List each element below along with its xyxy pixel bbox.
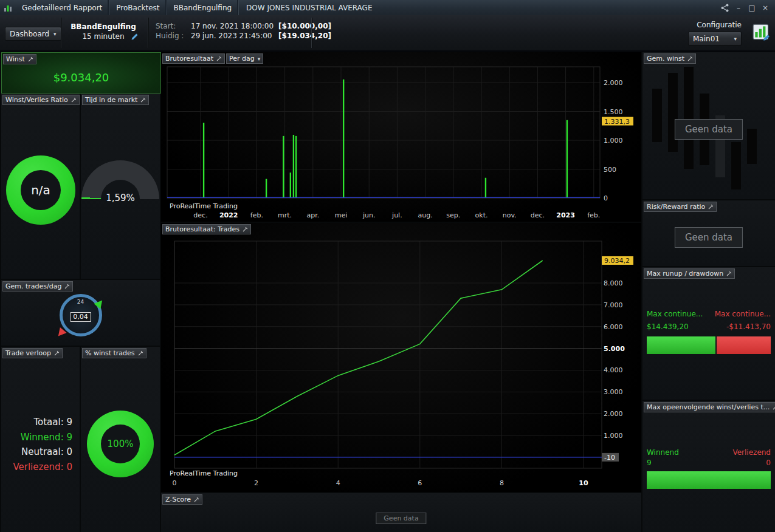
minimize-button[interactable]: – [734, 4, 743, 12]
z-score-header: Z-Score [162, 494, 202, 505]
svg-text:feb.: feb. [250, 211, 263, 219]
app-chart-icon [0, 0, 15, 15]
win-loss-ratio-value: n/a [31, 183, 50, 197]
start-datetime: 17 nov. 2021 18:00:00 [191, 22, 274, 31]
svg-text:mei: mei [335, 211, 348, 219]
pct-winning-trades-header: % winst trades [82, 348, 146, 358]
consecutive-win-bar [647, 471, 771, 489]
risk-reward-header: Risk/Reward ratio [644, 202, 717, 212]
chevron-down-icon: ▾ [258, 56, 261, 62]
svg-text:aug.: aug. [418, 211, 432, 219]
risk-reward-no-data: Geen data [675, 227, 743, 248]
titlebar: Gedetailleerd Rapport ProBacktest BBandE… [0, 0, 775, 16]
start-label: Start: [156, 22, 186, 31]
svg-text:8.000: 8.000 [604, 279, 623, 287]
svg-text:2.000: 2.000 [604, 410, 623, 418]
tab-bbandengulfing[interactable]: BBandEngulfing [167, 0, 239, 15]
svg-text:4: 4 [336, 479, 340, 487]
maximize-button[interactable]: □ [747, 4, 757, 12]
backtest-range: Start: 17 nov. 2021 18:00:00 [$10.000,00… [156, 22, 331, 41]
svg-text:dec.: dec. [193, 211, 207, 219]
gross-result-trades-panel: Brutoresultaat: Trades 1.0002.0003.0004.… [161, 223, 641, 492]
pct-winning-value: 100% [108, 438, 134, 449]
svg-text:dec.: dec. [531, 211, 545, 219]
time-in-market-panel: Tijd in de markt 1,59% [81, 94, 160, 279]
max-drawdown-label: Max continue... [715, 310, 771, 318]
profit-value: $9.034,20 [2, 71, 160, 84]
wrench-icon[interactable] [773, 404, 775, 410]
close-button[interactable]: × [760, 4, 770, 12]
wrench-icon[interactable] [140, 97, 146, 103]
risk-reward-panel: Risk/Reward ratio Geen data [642, 200, 775, 266]
svg-text:sep.: sep. [446, 211, 460, 219]
z-score-no-data: Geen data [376, 513, 426, 524]
current-datetime: 29 jun. 2023 21:45:00 [191, 32, 274, 41]
gross-result-trades-header: Brutoresultaat: Trades [162, 224, 251, 234]
max-consecutive-header: Max opeenvolgende winst/verlies t... [644, 402, 775, 412]
wrench-icon[interactable] [726, 271, 732, 276]
wrench-icon[interactable] [243, 227, 248, 232]
start-capital: [$10.000,00] [278, 22, 331, 31]
svg-text:3.000: 3.000 [604, 388, 623, 396]
wrench-icon[interactable] [71, 97, 77, 103]
max-drawdown-value: -$11.413,70 [726, 322, 771, 331]
current-label: Huidig : [156, 32, 186, 41]
tab-gedetailleerd-rapport[interactable]: Gedetailleerd Rapport [15, 0, 109, 15]
chevron-down-icon: ▾ [53, 31, 57, 37]
wrench-icon[interactable] [64, 284, 70, 289]
gross-result-daily-header: Brutoresultaat [162, 53, 225, 64]
svg-text:ProRealTime Trading: ProRealTime Trading [170, 202, 238, 210]
period-select[interactable]: Per dag▾ [226, 53, 263, 64]
dashboard-select[interactable]: Dashboard▾ [5, 27, 61, 41]
consecutive-loss-value: 0 [766, 459, 771, 467]
wrench-icon[interactable] [28, 56, 33, 62]
strategy-name: BBandEngulfing [63, 22, 143, 32]
time-in-market-header: Tijd in de markt [82, 95, 149, 105]
current-capital: [$19.034,20] [278, 32, 331, 41]
wrench-icon[interactable] [216, 56, 222, 61]
consecutive-loss-label: Verliezend [732, 448, 771, 457]
svg-text:okt.: okt. [475, 211, 488, 219]
chevron-down-icon: ▾ [734, 36, 737, 42]
tab-probacktest[interactable]: ProBacktest [109, 0, 167, 15]
consecutive-win-value: 9 [647, 459, 652, 467]
trades-per-day-dial: 24 0,04 [57, 292, 105, 341]
svg-text:1.331,3: 1.331,3 [604, 118, 630, 126]
svg-text:0: 0 [173, 479, 177, 487]
profit-panel-header: Winst [3, 54, 36, 64]
max-runup-label: Max continue... [647, 310, 703, 318]
svg-text:2.000: 2.000 [604, 79, 623, 87]
instrument-title: DOW JONES INDUSTRIAL AVERAGE [239, 0, 379, 15]
pct-winning-donut: 100% [87, 411, 154, 477]
svg-text:0: 0 [604, 194, 608, 202]
trade-verloop-rows: Totaal: 9Winnend: 9Neutraal: 0Verliezend… [13, 415, 72, 474]
protrading-report-window: Gedetailleerd Rapport ProBacktest BBandE… [0, 0, 775, 532]
svg-text:1.000: 1.000 [604, 137, 623, 145]
toolbar: Dashboard▾ BBandEngulfing 15 minuten Sta… [0, 15, 775, 52]
wrench-icon[interactable] [138, 350, 143, 356]
z-score-panel: Z-Score Geen data [161, 493, 641, 532]
win-loss-ratio-panel: Winst/Verlies Ratio n/a [1, 94, 80, 279]
trade-verloop-row: Totaal: 9 [13, 415, 72, 430]
svg-text:nov.: nov. [503, 211, 517, 219]
svg-text:ProRealTime Trading: ProRealTime Trading [170, 469, 238, 477]
svg-text:jun.: jun. [362, 211, 376, 219]
max-consecutive-panel: Max opeenvolgende winst/verlies t... Win… [642, 401, 775, 532]
wrench-icon[interactable] [708, 204, 714, 210]
daily-bar-chart: 05001.0001.5002.0001.331,3dec.2022feb.mr… [161, 52, 641, 222]
trade-verloop-row: Winnend: 9 [13, 430, 72, 445]
svg-text:5.000: 5.000 [604, 345, 625, 353]
edit-strategy-icon[interactable] [131, 33, 139, 41]
consecutive-win-label: Winnend [647, 448, 679, 457]
config-select[interactable]: Main01▾ [688, 32, 742, 46]
report-config-icon[interactable] [752, 22, 771, 42]
svg-text:9.034,2: 9.034,2 [604, 257, 630, 265]
wrench-icon[interactable] [54, 350, 60, 356]
trade-progress-header: Trade verloop [2, 348, 63, 358]
wrench-icon[interactable] [687, 56, 693, 61]
wrench-icon[interactable] [194, 497, 199, 502]
svg-text:7.000: 7.000 [604, 301, 623, 309]
share-icon[interactable] [720, 4, 730, 12]
avg-profit-panel: Gem. winst Geen data [642, 52, 775, 199]
svg-text:500: 500 [604, 166, 616, 174]
